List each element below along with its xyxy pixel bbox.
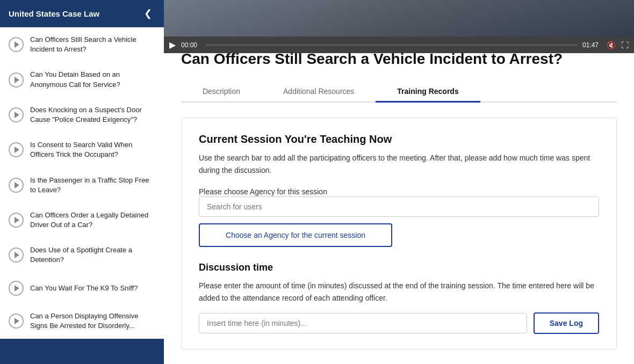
video-controls: ▶ 00:00 01:47 🔇 ⛶ (164, 37, 634, 53)
sidebar-list: Can Officers Still Search a Vehicle Inci… (0, 27, 164, 364)
play-icon (9, 178, 24, 193)
discussion-description: Please enter the amount of time (in minu… (199, 280, 599, 304)
sidebar-item-label: Can Officers Still Search a Vehicle Inci… (30, 35, 155, 54)
play-icon (9, 72, 24, 88)
video-progress-bar[interactable] (205, 44, 577, 46)
sidebar-item[interactable]: Can You Detain Based on an Anonymous Cal… (0, 62, 164, 97)
sidebar-item[interactable]: Can Officers Order a Legally Detained Dr… (0, 203, 164, 238)
play-button[interactable]: ▶ (169, 40, 176, 50)
time-input[interactable] (199, 313, 527, 333)
sidebar-item[interactable]: Does Knocking on a Suspect's Door Cause … (0, 98, 164, 133)
video-thumbnail (164, 0, 634, 37)
tab-additional-resources[interactable]: Additional Resources (262, 82, 376, 103)
play-icon (9, 37, 24, 52)
sidebar-item-label: Can You Detain Based on an Anonymous Cal… (30, 70, 155, 89)
choose-agency-button[interactable]: Choose an Agency for the current session (199, 223, 392, 247)
training-records-panel: Current Session You're Teaching Now Use … (181, 118, 617, 350)
sidebar-item[interactable]: Is the Passenger in a Traffic Stop Free … (0, 168, 164, 203)
play-icon (9, 281, 24, 296)
sidebar-item-label: Is the Passenger in a Traffic Stop Free … (30, 176, 155, 195)
sidebar-item[interactable]: Is Consent to Search Valid When Officers… (0, 133, 164, 168)
sidebar-item-label: Can You Wait For The K9 To Sniff? (30, 283, 138, 293)
main-content: ▶ 00:00 01:47 🔇 ⛶ Can Officers Still Sea… (164, 0, 634, 364)
sidebar-item-label: Can Officers Order a Legally Detained Dr… (30, 210, 155, 230)
content-area: Can Officers Still Search a Vehicle Inci… (164, 37, 634, 364)
tab-training-records[interactable]: Training Records (376, 82, 480, 103)
video-thumbnail-overlay (164, 0, 634, 37)
video-time-current: 00:00 (181, 41, 200, 49)
discussion-title: Discussion time (199, 262, 599, 273)
panel-title: Current Session You're Teaching Now (199, 133, 599, 145)
sidebar-item[interactable]: Can You Wait For The K9 To Sniff? (0, 273, 164, 304)
play-icon (9, 314, 24, 329)
sidebar-item-label: Does Knocking on a Suspect's Door Cause … (30, 105, 155, 125)
video-time-total: 01:47 (582, 41, 601, 49)
play-icon (9, 247, 24, 263)
sidebar-item[interactable]: Does Use of a Spotlight Create a Detenti… (0, 238, 164, 273)
sidebar-header: United States Case Law ❮ (0, 0, 164, 27)
tabs: DescriptionAdditional ResourcesTraining … (181, 82, 617, 103)
play-icon (9, 142, 24, 157)
play-icon (9, 107, 24, 122)
sidebar-collapse-button[interactable]: ❮ (141, 6, 155, 20)
sidebar-item[interactable]: Can Officers Still Search a Vehicle Inci… (0, 27, 164, 62)
sidebar: United States Case Law ❮ Can Officers St… (0, 0, 164, 364)
play-icon (9, 213, 24, 228)
search-users-input[interactable] (199, 196, 599, 217)
sidebar-item[interactable]: Can a Person Displaying Offensive Signs … (0, 304, 164, 339)
sidebar-title: United States Case Law (9, 9, 99, 18)
agency-label: Please choose Agency for this session (199, 187, 327, 196)
video-container: ▶ 00:00 01:47 🔇 ⛶ (164, 0, 634, 37)
sidebar-item-label: Is Consent to Search Valid When Officers… (30, 140, 155, 159)
sidebar-item-label: Can a Person Displaying Offensive Signs … (30, 311, 155, 331)
panel-description: Use the search bar to add all the partic… (199, 152, 599, 176)
time-row: Save Log (199, 312, 599, 334)
volume-button[interactable]: 🔇 (607, 41, 616, 49)
save-log-button[interactable]: Save Log (534, 312, 599, 334)
sidebar-item-label: Does Use of a Spotlight Create a Detenti… (30, 245, 155, 265)
tab-description[interactable]: Description (181, 82, 262, 103)
fullscreen-button[interactable]: ⛶ (621, 41, 629, 49)
